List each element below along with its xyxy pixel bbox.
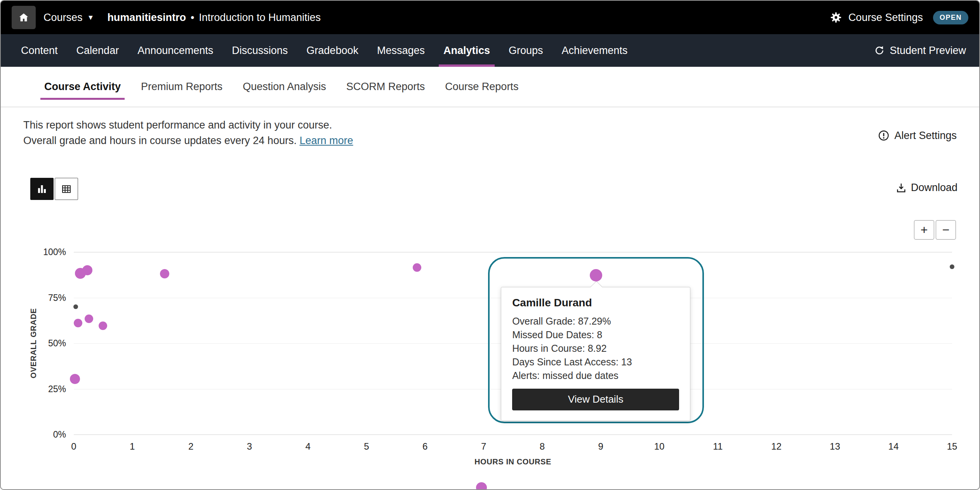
x-tick-label: 11 <box>713 441 723 452</box>
x-tick-label: 8 <box>540 441 545 452</box>
analytics-page: Courses ▼ humanitiesintro • Introduction… <box>0 0 980 490</box>
y-tick-label: 25% <box>48 384 66 394</box>
table-icon <box>61 183 72 195</box>
data-point-partial[interactable] <box>476 482 487 490</box>
subtab-premium-reports[interactable]: Premium Reports <box>139 67 224 107</box>
data-point[interactable] <box>85 315 93 323</box>
x-tick-label: 9 <box>598 441 603 452</box>
gridline <box>74 434 952 435</box>
course-name: humanitiesintro • Introduction to Humani… <box>107 12 321 24</box>
y-tick-label: 100% <box>43 247 66 257</box>
nav-tab-messages[interactable]: Messages <box>372 34 429 67</box>
data-point[interactable] <box>950 264 954 269</box>
nav-tab-achievements[interactable]: Achievements <box>557 34 632 67</box>
data-point[interactable] <box>74 319 82 327</box>
alert-icon <box>878 130 890 141</box>
gear-icon[interactable] <box>830 11 842 24</box>
nav-tab-content[interactable]: Content <box>16 34 63 67</box>
y-tick-label: 75% <box>48 292 66 303</box>
report-info-row: This report shows student performance an… <box>23 117 957 148</box>
learn-more-link[interactable]: Learn more <box>299 135 353 146</box>
x-tick-label: 10 <box>654 441 665 452</box>
subtab-question-analysis[interactable]: Question Analysis <box>241 67 328 107</box>
courses-label: Courses <box>43 12 83 24</box>
nav-tab-calendar[interactable]: Calendar <box>72 34 124 67</box>
data-point[interactable] <box>82 265 92 275</box>
x-axis-title: HOURS IN COURSE <box>474 457 551 466</box>
nav-tab-groups[interactable]: Groups <box>504 34 548 67</box>
zoom-controls: + − <box>914 220 956 240</box>
student-tooltip: Camille Durand Overall Grade: 87.29% Mis… <box>501 287 690 421</box>
course-settings-label[interactable]: Course Settings <box>848 12 923 24</box>
home-button[interactable] <box>12 6 36 29</box>
subtab-course-activity[interactable]: Course Activity <box>43 67 122 107</box>
tooltip-overall-grade: Overall Grade: 87.29% <box>512 315 679 328</box>
table-view-button[interactable] <box>55 178 78 200</box>
zoom-in-button[interactable]: + <box>914 220 934 240</box>
student-preview-label: Student Preview <box>890 45 966 57</box>
subtab-scorm-reports[interactable]: SCORM Reports <box>345 67 427 107</box>
x-tick-label: 13 <box>830 441 840 452</box>
y-axis-title: OVERALL GRADE <box>29 308 38 379</box>
x-tick-label: 0 <box>71 441 76 452</box>
view-details-button[interactable]: View Details <box>512 389 679 410</box>
nav-tab-discussions[interactable]: Discussions <box>227 34 292 67</box>
x-tick-label: 1 <box>130 441 135 452</box>
nav-tab-gradebook[interactable]: Gradebook <box>302 34 363 67</box>
y-tick-label: 0% <box>53 429 66 440</box>
separator-dot: • <box>191 12 194 24</box>
gridline <box>74 252 952 252</box>
course-id: humanitiesintro <box>107 12 186 24</box>
x-tick-label: 4 <box>306 441 311 452</box>
chevron-down-icon: ▼ <box>87 14 94 22</box>
data-point[interactable] <box>73 304 78 309</box>
analytics-subnav: Course Activity Premium Reports Question… <box>1 67 979 107</box>
tooltip-hours-in-course: Hours in Course: 8.92 <box>512 342 679 355</box>
data-point[interactable] <box>413 263 421 272</box>
y-tick-label: 50% <box>48 338 66 349</box>
refresh-icon <box>874 45 885 56</box>
tooltip-missed-due-dates: Missed Due Dates: 8 <box>512 328 679 342</box>
course-title: Introduction to Humanities <box>199 12 321 24</box>
student-preview-button[interactable]: Student Preview <box>874 34 966 67</box>
x-tick-label: 5 <box>364 441 369 452</box>
x-tick-label: 12 <box>771 441 782 452</box>
bar-chart-icon <box>36 183 48 195</box>
tooltip-student-name: Camille Durand <box>512 297 679 309</box>
tooltip-alerts: Alerts: missed due dates <box>512 369 679 382</box>
open-status-badge[interactable]: OPEN <box>933 11 968 24</box>
data-point[interactable] <box>160 269 169 278</box>
home-icon <box>18 12 30 23</box>
view-toggle <box>30 178 78 200</box>
data-point[interactable] <box>99 321 107 330</box>
nav-tab-announcements[interactable]: Announcements <box>133 34 218 67</box>
x-tick-label: 15 <box>947 441 957 452</box>
x-tick-label: 2 <box>188 441 193 452</box>
download-icon <box>895 182 907 194</box>
x-tick-label: 6 <box>422 441 427 452</box>
x-tick-label: 7 <box>481 441 486 452</box>
plot-area: HOURS IN COURSE Camille Durand Overall G… <box>74 252 952 434</box>
topbar-right: Course Settings OPEN <box>830 11 968 24</box>
report-line-2: Overall grade and hours in course update… <box>23 133 353 148</box>
data-point[interactable] <box>70 374 80 384</box>
chart-view-button[interactable] <box>30 178 54 200</box>
zoom-out-button[interactable]: − <box>936 220 956 240</box>
download-button[interactable]: Download <box>895 182 957 194</box>
alert-settings-label: Alert Settings <box>894 130 957 142</box>
report-description: This report shows student performance an… <box>23 117 353 148</box>
alert-settings-button[interactable]: Alert Settings <box>878 123 957 148</box>
subtab-course-reports[interactable]: Course Reports <box>443 67 520 107</box>
top-bar: Courses ▼ humanitiesintro • Introduction… <box>1 1 979 34</box>
courses-menu[interactable]: Courses ▼ <box>43 12 94 24</box>
nav-tab-analytics[interactable]: Analytics <box>439 34 495 67</box>
download-label: Download <box>911 182 957 194</box>
x-tick-label: 3 <box>247 441 252 452</box>
report-line-1: This report shows student performance an… <box>23 117 353 133</box>
data-point-selected[interactable] <box>590 269 602 281</box>
tooltip-days-since-access: Days Since Last Access: 13 <box>512 355 679 369</box>
course-navbar: Content Calendar Announcements Discussio… <box>1 34 979 67</box>
x-tick-label: 14 <box>888 441 899 452</box>
nav-tabs: Content Calendar Announcements Discussio… <box>16 34 632 67</box>
